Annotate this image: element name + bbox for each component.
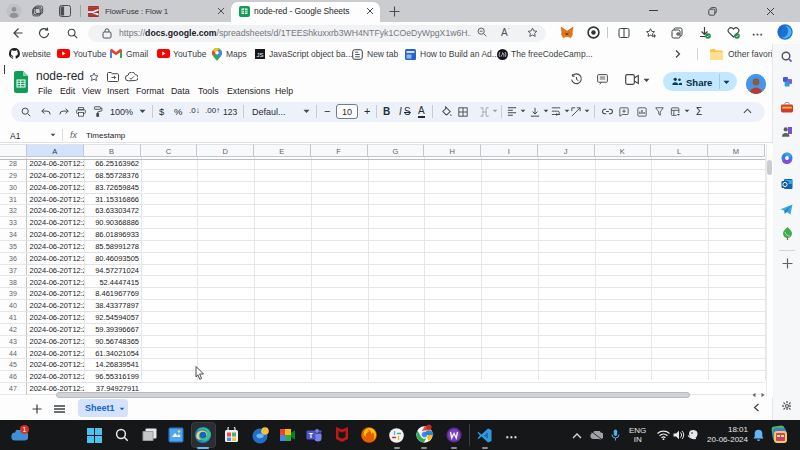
svg-text:JS: JS xyxy=(256,52,263,58)
svg-text:T: T xyxy=(309,432,314,439)
